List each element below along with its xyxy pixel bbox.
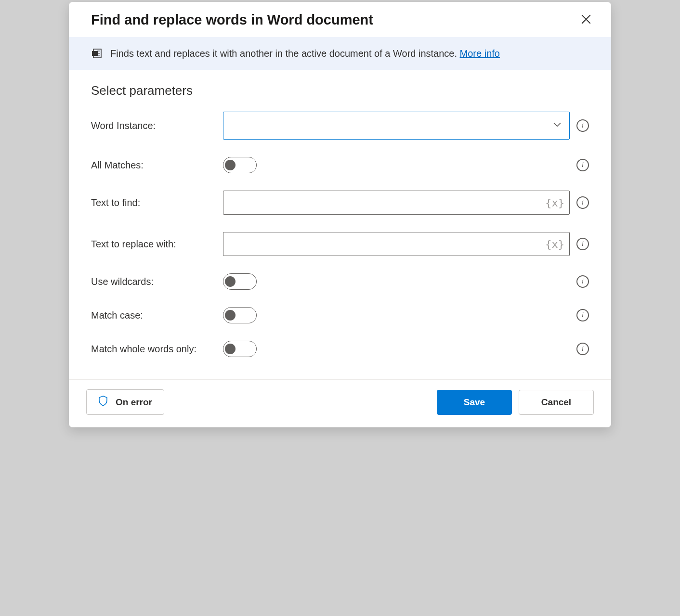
- dialog-footer: On error Save Cancel: [69, 379, 611, 427]
- footer-actions: Save Cancel: [437, 390, 594, 415]
- label-text-to-replace: Text to replace with:: [91, 239, 216, 250]
- info-text: Finds text and replaces it with another …: [110, 48, 500, 59]
- label-text-to-find: Text to find:: [91, 197, 216, 208]
- on-error-button[interactable]: On error: [86, 389, 164, 415]
- dialog-header: Find and replace words in Word document: [69, 2, 611, 37]
- label-word-instance: Word Instance:: [91, 120, 216, 131]
- toggle-knob: [225, 344, 235, 354]
- use-wildcards-toggle[interactable]: [223, 273, 257, 290]
- close-icon: [581, 14, 591, 26]
- row-text-to-find: Text to find: {x} i: [91, 191, 589, 215]
- dialog-body: Select parameters Word Instance: i All M…: [69, 70, 611, 379]
- info-icon[interactable]: i: [576, 275, 589, 288]
- cancel-button[interactable]: Cancel: [519, 390, 594, 415]
- row-word-instance: Word Instance: i: [91, 112, 589, 140]
- label-match-case: Match case:: [91, 310, 216, 321]
- info-icon[interactable]: i: [576, 119, 589, 132]
- row-text-to-replace: Text to replace with: {x} i: [91, 232, 589, 256]
- text-to-find-input-wrapper: {x}: [223, 191, 570, 215]
- section-title: Select parameters: [91, 83, 589, 98]
- word-instance-dropdown[interactable]: [223, 112, 570, 140]
- variable-icon[interactable]: {x}: [545, 197, 564, 209]
- match-whole-words-toggle[interactable]: [223, 341, 257, 357]
- row-use-wildcards: Use wildcards: i: [91, 273, 589, 290]
- info-icon[interactable]: i: [576, 238, 589, 250]
- svg-rect-1: [92, 51, 98, 56]
- label-match-whole-words: Match whole words only:: [91, 344, 216, 355]
- text-to-replace-input-wrapper: {x}: [223, 232, 570, 256]
- on-error-label: On error: [116, 397, 152, 408]
- toggle-knob: [225, 160, 235, 170]
- save-button[interactable]: Save: [437, 390, 512, 415]
- word-icon: [91, 48, 103, 59]
- dialog: Find and replace words in Word document …: [69, 2, 611, 427]
- info-icon[interactable]: i: [576, 196, 589, 209]
- text-to-replace-input[interactable]: [228, 232, 548, 256]
- row-all-matches: All Matches: i: [91, 157, 589, 173]
- variable-icon[interactable]: {x}: [545, 238, 564, 250]
- label-all-matches: All Matches:: [91, 160, 216, 171]
- more-info-link[interactable]: More info: [460, 48, 500, 59]
- shield-icon: [98, 396, 108, 409]
- dialog-title: Find and replace words in Word document: [91, 12, 373, 28]
- label-use-wildcards: Use wildcards:: [91, 276, 216, 287]
- info-icon[interactable]: i: [576, 343, 589, 355]
- close-button[interactable]: [578, 12, 594, 28]
- all-matches-toggle[interactable]: [223, 157, 257, 173]
- info-icon[interactable]: i: [576, 309, 589, 321]
- match-case-toggle[interactable]: [223, 307, 257, 323]
- chevron-down-icon: [553, 120, 562, 131]
- toggle-knob: [225, 276, 235, 287]
- row-match-case: Match case: i: [91, 307, 589, 323]
- info-icon[interactable]: i: [576, 159, 589, 171]
- text-to-find-input[interactable]: [228, 191, 548, 214]
- info-bar: Finds text and replaces it with another …: [69, 37, 611, 70]
- row-match-whole-words: Match whole words only: i: [91, 341, 589, 357]
- toggle-knob: [225, 310, 235, 321]
